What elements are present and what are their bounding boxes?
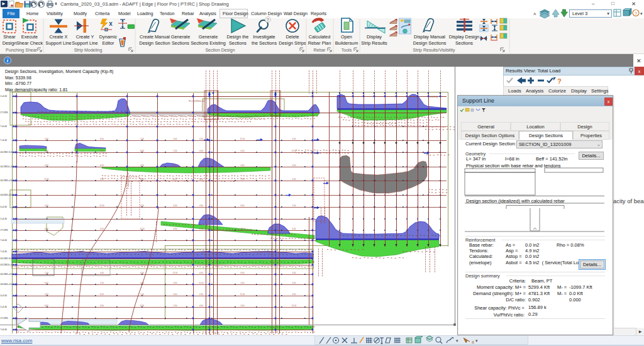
svg-text:▾: ▾ (475, 338, 478, 343)
svg-text:a: a (472, 340, 474, 344)
svg-text:▾: ▾ (456, 338, 458, 343)
